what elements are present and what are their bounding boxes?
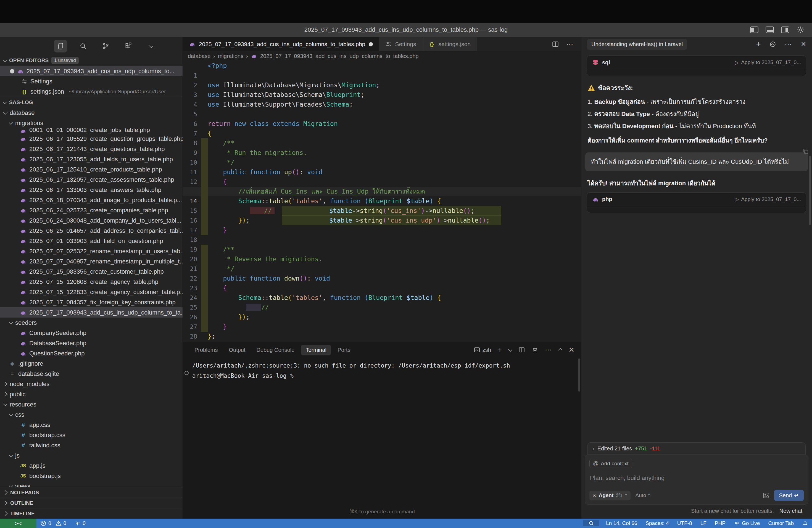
code-line[interactable]: 24 { [183,283,581,293]
tree-row[interactable]: resources [0,399,183,410]
tree-row[interactable]: CompanySeeder.php [0,328,183,338]
tree-row[interactable]: JS bootstrap.js [0,471,183,481]
tree-row[interactable]: 2025_06_18_070343_add_image_to_products_… [0,195,183,205]
code-editor[interactable]: 1 <?php 2 3 use Illuminate\Database\Migr… [183,61,581,342]
apply-button[interactable]: ▷Apply to 2025_07_17_0... [735,196,801,202]
tree-row[interactable]: css [0,410,183,420]
chat-input-placeholder[interactable]: Plan, search, build anything [590,474,803,482]
tree-row[interactable]: 2025_07_15_122833_create_agency_customer… [0,287,183,297]
tree-row[interactable]: 2025_07_07_025322_rename_timestamp_in_us… [0,246,183,256]
split-editor-icon[interactable] [552,41,559,48]
panel-tab[interactable]: Output [224,344,250,355]
panel-tab[interactable]: Problems [190,344,222,355]
tree-row[interactable]: database [0,108,183,118]
code-line[interactable]: 28 } [183,322,581,332]
code-line[interactable]: 11 */ [183,158,581,167]
agent-mode-selector[interactable]: ∞ Agent ⌘I ^ [590,491,630,500]
remote-indicator[interactable]: >< [0,518,37,528]
sidebar-section[interactable]: OUTLINE [0,498,183,508]
tree-row[interactable]: 2025_07_01_033903_add_field_on_question.… [0,236,183,246]
maximize-panel-icon[interactable] [559,347,562,353]
code-line[interactable]: 25 Schema::table('tables', function (Blu… [183,293,581,303]
code-line[interactable]: 4 use Illuminate\Database\Schema\Bluepri… [183,90,581,100]
tree-row[interactable]: 2025_07_17_093943_add_cus_ins_udp_column… [0,307,183,318]
tree-row[interactable]: 2025_07_15_083356_create_customer_table.… [0,266,183,277]
tree-row[interactable]: 2025_07_07_040957_rename_timestamp_in_mu… [0,256,183,266]
chat-more-icon[interactable]: ⋯ [785,40,793,48]
open-editor-item[interactable]: 2025_07_17_093943_add_cus_ins_udp_column… [0,66,183,76]
copy-icon[interactable] [802,148,809,155]
tree-row[interactable]: QuestionSeeder.php [0,348,183,358]
eol[interactable]: LF [700,520,707,526]
terminal-output[interactable]: /Users/aritach/.zshrc:source:3: no such … [183,358,581,381]
sidebar-section[interactable]: NOTEPADS [0,487,183,498]
ports-status[interactable]: 0 [75,520,86,526]
panel-more-icon[interactable]: ⋯ [545,346,552,354]
breadcrumb[interactable]: database› migrations› 2025_07_17_093943_… [183,51,581,61]
new-chat-icon[interactable]: + [756,40,761,49]
code-line[interactable]: 23 public function down(): void [183,274,581,283]
edited-files-summary[interactable]: › Edited 21 files +751 -111 [588,442,806,455]
tree-row[interactable]: ≡ database.sqlite [0,369,183,379]
tree-row[interactable]: 2025_06_24_030048_add_company_id_to_user… [0,216,183,225]
toggle-bottom-panel-icon[interactable] [766,27,774,33]
code-line[interactable]: 29 }; [183,332,581,341]
open-editor-item[interactable]: Settings [0,76,183,86]
tree-row[interactable]: 2025_06_17_105529_create_question_groups… [0,134,183,144]
code-line[interactable]: 22 */ [183,264,581,274]
tree-row[interactable]: 2025_06_17_121443_create_questions_table… [0,144,183,154]
editor-tab[interactable]: {} settings.json [422,37,477,51]
sidebar-section[interactable]: TIMELINE [0,508,183,518]
code-line[interactable]: 2 [183,71,581,80]
new-chat-link[interactable]: New chat [779,508,802,514]
source-control-icon[interactable] [99,40,112,53]
code-line[interactable]: 19 [183,235,581,245]
terminal-shell-icon[interactable]: zsh [474,347,491,353]
terminal-picker-chevron-icon[interactable] [508,348,512,352]
code-line[interactable]: 12 public function up(): void [183,167,581,177]
code-line[interactable]: 21 * Reverse the migrations. [183,254,581,264]
editor-tab[interactable]: Settings [379,37,423,51]
settings-gear-icon[interactable] [797,26,805,34]
code-line[interactable]: 3 use Illuminate\Database\Migrations\Mig… [183,80,581,90]
code-line[interactable]: 26 // [183,303,581,312]
tree-row[interactable]: JS app.js [0,460,183,471]
chat-scrollbar[interactable] [809,156,811,225]
kill-terminal-icon[interactable] [532,347,538,353]
tree-row[interactable]: # app.css [0,420,183,430]
language-mode[interactable]: PHP [715,520,726,526]
chat-title-tab[interactable]: Understanding whereHas() in Laravel [587,39,687,50]
tree-row[interactable]: 2025_06_17_125410_create_products_table.… [0,164,183,175]
code-line[interactable]: 17 }); $table->string('cus_ins_udp')->nu… [183,216,581,225]
open-editors-header[interactable]: OPEN EDITORS 1 unsaved [0,55,183,66]
open-editor-item[interactable]: {} settings.json ~/Library/Application S… [0,86,183,97]
code-line[interactable]: 1 <?php [183,61,581,71]
go-live-button[interactable]: Go Live [734,520,760,526]
terminal-scrollbar[interactable] [578,358,580,392]
code-line[interactable]: 16 // $table->string('cus_ins')->nullabl… [183,206,581,216]
model-selector[interactable]: Auto^ [636,493,650,498]
cursor-tab-toggle[interactable]: Cursor Tab [768,520,794,526]
tree-row[interactable]: 2025_06_17_133003_create_answers_table.p… [0,185,183,195]
code-line[interactable]: 27 }); [183,312,581,322]
code-line[interactable]: 20 /** [183,245,581,254]
code-line[interactable]: 8 { [183,129,581,138]
panel-tab[interactable]: Debug Console [252,344,299,355]
explorer-icon[interactable] [54,40,67,53]
close-panel-icon[interactable]: ✕ [568,346,575,354]
more-views-chevron-icon[interactable] [145,40,157,53]
split-terminal-icon[interactable] [518,347,525,353]
tree-row[interactable]: migrations [0,118,183,128]
tree-row[interactable]: 0001_01_01_000002_create_jobs_table.php [0,128,183,134]
encoding[interactable]: UTF-8 [677,520,692,526]
notifications-bell-icon[interactable] [802,520,808,526]
tree-row[interactable]: views [0,481,183,487]
tree-row[interactable]: js [0,450,183,460]
more-actions-icon[interactable]: ⋯ [566,40,574,48]
code-line[interactable]: 5 use Illuminate\Support\Facades\Schema; [183,100,581,109]
add-context-button[interactable]: @ Add context [590,459,632,468]
search-icon[interactable] [77,40,89,53]
tree-row[interactable]: node_modules [0,379,183,389]
attach-image-icon[interactable] [763,492,770,499]
code-line[interactable]: 6 [183,109,581,119]
